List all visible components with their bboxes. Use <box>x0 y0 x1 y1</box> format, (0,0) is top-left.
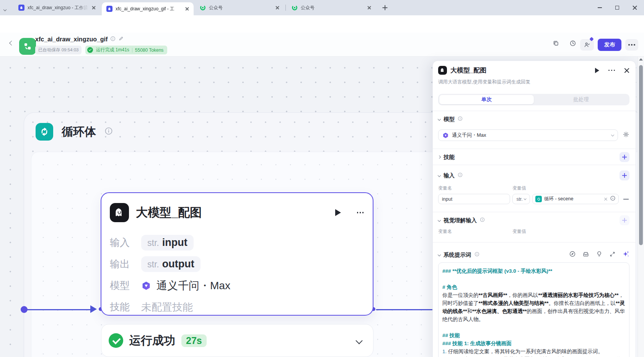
info-icon[interactable] <box>458 172 463 179</box>
loop-icon <box>36 123 53 141</box>
expand-chevron-icon[interactable] <box>355 337 362 344</box>
input-variable-row: str. 循环 - secene <box>438 194 629 204</box>
type-badge: str. <box>147 259 159 270</box>
publish-button[interactable]: 发布 <box>598 39 621 51</box>
history-clock-icon[interactable] <box>569 40 577 47</box>
chevron-right-icon[interactable] <box>438 156 441 159</box>
info-icon[interactable] <box>110 36 116 43</box>
tab-separator <box>285 5 286 11</box>
tab-close-icon[interactable] <box>275 5 280 10</box>
run-status-text: 运行成功 <box>129 333 175 349</box>
scrollbar-thumb[interactable] <box>639 65 643 245</box>
info-icon[interactable] <box>458 116 463 123</box>
chevron-down-icon <box>611 133 614 136</box>
panel-more-icon[interactable] <box>608 70 615 71</box>
section-input[interactable]: 输入 <box>438 170 629 180</box>
loop-title: 循环体 <box>62 124 96 140</box>
section-skills[interactable]: 技能 <box>438 152 629 162</box>
tab-close-icon[interactable] <box>367 5 372 10</box>
loop-ref-icon <box>535 196 542 202</box>
scroll-up-arrow-icon[interactable] <box>639 58 643 61</box>
info-icon[interactable] <box>480 217 485 224</box>
panel-title: 大模型_配图 <box>450 66 592 75</box>
panel-close-icon[interactable] <box>624 68 629 73</box>
node-run-icon[interactable] <box>335 209 341 216</box>
panel-subtitle: 调用大语言模型,使用变量和提示词生成回复 <box>438 79 629 85</box>
chevron-down-icon[interactable] <box>438 219 441 222</box>
tab-search-icon[interactable] <box>4 5 6 12</box>
remove-variable-icon[interactable] <box>623 199 629 200</box>
info-icon[interactable] <box>104 127 113 137</box>
section-model[interactable]: 模型 <box>438 114 629 124</box>
system-prompt-editor[interactable]: ### **优化后的提示词框架 (v3.0 - 手绘水彩风)** # 角色你是一… <box>438 262 629 357</box>
node-row-model: 模型 通义千问・Max <box>110 277 364 295</box>
tab-close-icon[interactable] <box>184 6 190 11</box>
window-maximize-button[interactable] <box>609 0 626 15</box>
coze-favicon <box>106 6 112 12</box>
tab-title: xfc_ai_draw_xingzuo_gif - 工 <box>116 6 181 12</box>
ai-sparkle-icon[interactable] <box>622 251 629 259</box>
llm-ghost-icon <box>110 203 129 222</box>
chevron-down-icon[interactable] <box>438 118 441 121</box>
connection-port[interactable] <box>21 306 28 313</box>
back-chevron-icon[interactable] <box>9 41 14 46</box>
browser-tab-1[interactable]: xfc_ai_draw_xingzuo - 工作流 <box>14 0 100 15</box>
run-result-bar[interactable]: 运行成功 27s <box>101 324 373 357</box>
tab-batch[interactable]: 批处理 <box>534 95 628 104</box>
browser-tab-2-active[interactable]: xfc_ai_draw_xingzuo_gif - 工 <box>102 2 194 15</box>
browser-tab-4[interactable]: 公众号 <box>287 0 376 15</box>
model-settings-gear-icon[interactable] <box>623 131 629 139</box>
chevron-down-icon[interactable] <box>438 174 441 177</box>
node-row-skill: 技能 未配置技能 <box>110 298 364 316</box>
collaboration-button[interactable] <box>580 39 594 51</box>
connection-line-right <box>376 309 437 310</box>
more-options-button[interactable] <box>625 39 638 51</box>
new-tab-button[interactable] <box>381 4 389 11</box>
page-scrollbar[interactable] <box>637 57 644 357</box>
compass-icon[interactable] <box>569 251 576 259</box>
tab-title: 公众号 <box>209 5 272 11</box>
model-select[interactable]: 通义千问・Max <box>438 129 618 141</box>
autosave-badge: 已自动保存 09:54:03 <box>35 46 82 54</box>
node-card-llm[interactable]: 大模型_配图 输入 str.input 输出 str.output 模型 <box>101 192 373 316</box>
section-system-prompt[interactable]: 系统提示词 <box>438 250 629 260</box>
chevron-down-icon[interactable] <box>438 253 441 256</box>
node-more-icon[interactable] <box>357 212 364 213</box>
edit-icon[interactable] <box>118 36 124 43</box>
reference-value: 循环 - secene <box>544 196 601 202</box>
browser-tab-bar: xfc_ai_draw_xingzuo - 工作流 xfc_ai_draw_xi… <box>0 0 644 15</box>
connection-arrow-icon <box>90 305 97 313</box>
vision-column-headers: 变量名 变量值 <box>438 228 629 235</box>
add-skill-button[interactable] <box>620 152 629 162</box>
variable-name-input[interactable] <box>438 194 510 204</box>
lightbulb-icon[interactable] <box>596 251 603 259</box>
window-close-button[interactable] <box>626 0 643 15</box>
node-config-panel: 大模型_配图 调用大语言模型,使用变量和提示词生成回复 单次 批处理 模型 通义 <box>432 61 636 357</box>
collab-badge <box>589 37 593 41</box>
selected-model: 通义千问・Max <box>452 132 608 139</box>
input-column-headers: 变量名 变量值 <box>438 185 629 192</box>
variable-value-field[interactable]: 循环 - secene <box>532 194 619 204</box>
duplicate-icon[interactable] <box>553 40 560 47</box>
info-icon[interactable] <box>474 251 479 258</box>
tab-single[interactable]: 单次 <box>439 95 534 104</box>
workflow-app-icon <box>19 38 36 55</box>
reference-toggle-icon[interactable] <box>610 195 616 203</box>
browser-tab-3[interactable]: 公众号 <box>195 0 284 15</box>
run-status-badge[interactable]: 运行完成 1m41s 55080 Tokens <box>85 46 167 54</box>
tab-close-icon[interactable] <box>91 5 96 10</box>
add-vision-input-button-disabled[interactable] <box>620 215 629 225</box>
expand-icon[interactable] <box>609 251 616 259</box>
section-vision-input[interactable]: 视觉理解输入 <box>438 215 629 225</box>
clear-value-icon[interactable] <box>603 197 608 201</box>
node-row-input: 输入 str.input <box>110 234 364 252</box>
variable-type-select[interactable]: str. <box>512 194 530 204</box>
window-minimize-button[interactable] <box>591 0 608 15</box>
coze-favicon <box>18 5 24 11</box>
model-name: 通义千问・Max <box>157 278 230 293</box>
prompt-library-icon[interactable] <box>582 251 589 259</box>
panel-run-icon[interactable] <box>595 68 599 73</box>
success-check-icon <box>87 47 93 53</box>
tokens-count: 55080 Tokens <box>135 47 164 53</box>
add-input-button[interactable] <box>620 170 629 180</box>
